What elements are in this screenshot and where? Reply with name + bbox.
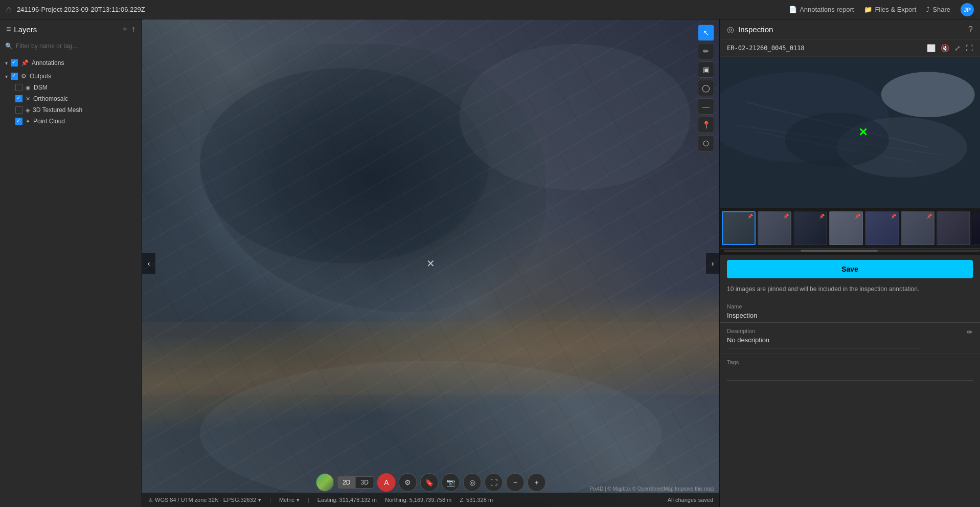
thumbnails-scrollbar[interactable]: [724, 250, 980, 252]
rectangle-tool-button[interactable]: ▣: [698, 61, 714, 78]
pin-icon-5: 📌: [891, 214, 896, 219]
outputs-group-header[interactable]: ▾ ⚙ Outputs: [0, 71, 142, 82]
add-layer-button[interactable]: +: [123, 25, 127, 34]
orthomosaic-icon: ✕: [26, 96, 30, 102]
point-cloud-checkbox[interactable]: [15, 118, 22, 125]
annotations-report-button[interactable]: 📄 Annotations report: [789, 6, 854, 13]
description-value: No description: [727, 336, 921, 348]
preview-terrain: [720, 57, 980, 208]
annotation-mode-button[interactable]: A: [377, 473, 396, 492]
screenshot-button[interactable]: 📷: [442, 473, 460, 492]
map-icon-button[interactable]: [315, 473, 334, 492]
pin-icon-6: 📌: [926, 214, 932, 219]
thumbnails-scroll-thumb[interactable]: [801, 250, 877, 252]
ruler-tool-button[interactable]: ―: [698, 98, 714, 115]
image-preview[interactable]: ✕: [720, 57, 980, 208]
upload-layer-button[interactable]: ↑: [131, 25, 135, 34]
mute-button[interactable]: 🔇: [941, 44, 949, 52]
thumbnail-2[interactable]: 📌: [758, 211, 791, 245]
zoom-in-button[interactable]: +: [528, 473, 546, 492]
search-icon: 🔍: [5, 42, 13, 50]
main-layout: ≡ Layers + ↑ 🔍 ▾ 📌 Annotations: [0, 19, 980, 507]
save-button[interactable]: Save: [727, 260, 973, 278]
3d-mesh-layer-item[interactable]: ◈ 3D Textured Mesh: [0, 104, 142, 116]
outputs-label: Outputs: [30, 73, 51, 80]
thumbnail-5[interactable]: 📌: [865, 211, 899, 245]
expand-button[interactable]: ⛶: [485, 473, 503, 492]
status-bar: ⚠ WGS 84 / UTM zone 32N · EPSG:32632 ▾ |…: [142, 493, 719, 507]
orthomosaic-label: Orthomosaic: [33, 95, 68, 102]
description-edit-button[interactable]: ✏: [967, 328, 973, 336]
project-title: 241196-Project-2023-09-20T13:11:06.229Z: [17, 6, 145, 13]
map-stripe: [142, 282, 719, 439]
annotations-report-icon: 📄: [789, 6, 797, 13]
2d-mode-button[interactable]: 2D: [337, 477, 355, 488]
tags-label: Tags: [727, 359, 973, 365]
thumbnail-4[interactable]: 📌: [829, 211, 863, 245]
3d-mode-button[interactable]: 3D: [356, 477, 374, 488]
unit-chevron[interactable]: ▾: [297, 497, 300, 503]
location-button[interactable]: ◎: [463, 473, 482, 492]
outputs-checkbox[interactable]: [11, 73, 18, 80]
svg-point-1: [460, 44, 691, 190]
tags-input-area[interactable]: [727, 368, 973, 381]
annotations-label: Annotations: [32, 59, 64, 67]
expand-id-button[interactable]: ⤢: [954, 44, 961, 52]
cursor-tool-button[interactable]: ↖: [698, 25, 714, 41]
point-cloud-layer-item[interactable]: ✦ Point Cloud: [0, 116, 142, 127]
pinned-notice: 10 images are pinned and will be include…: [720, 283, 980, 298]
map-crosshair: ✕: [426, 257, 435, 270]
map-image[interactable]: ✕ ↖ ✏ ▣ ◯ ― 📍 ⬡ ‹ ›: [142, 19, 719, 507]
orthomosaic-checkbox[interactable]: [15, 95, 22, 102]
thumbnail-7[interactable]: [937, 211, 970, 245]
description-section: Description No description ✏: [720, 323, 980, 354]
dsm-label: DSM: [34, 84, 48, 91]
thumbnail-6[interactable]: 📌: [901, 211, 935, 245]
map-arrow-right-button[interactable]: ›: [706, 253, 719, 274]
thumbnail-1[interactable]: 📌: [722, 211, 756, 245]
pin-icon-4: 📌: [855, 214, 860, 219]
copy-id-button[interactable]: ⬜: [927, 44, 936, 52]
svg-rect-2: [142, 322, 719, 395]
map-toolbar: ↖ ✏ ▣ ◯ ― 📍 ⬡: [698, 25, 714, 151]
search-input[interactable]: [16, 42, 136, 50]
svg-point-0: [200, 68, 489, 263]
inspection-panel-icon: ◎: [727, 25, 734, 34]
crs-chevron[interactable]: ▾: [258, 497, 261, 503]
outputs-chevron-icon: ▾: [5, 74, 8, 79]
files-export-button[interactable]: 📁 Files & Export: [864, 6, 916, 13]
map-area[interactable]: ✕ ↖ ✏ ▣ ◯ ― 📍 ⬡ ‹ ›: [142, 19, 719, 507]
description-label: Description: [727, 328, 921, 334]
fullscreen-button[interactable]: ⛶: [966, 44, 973, 52]
thumbnail-3[interactable]: 📌: [793, 211, 827, 245]
annotations-checkbox[interactable]: [11, 59, 18, 67]
map-terrain-overlay: [142, 19, 719, 507]
annotations-chevron-icon: ▾: [5, 60, 8, 66]
polygon-tool-button[interactable]: ⬡: [698, 135, 714, 151]
map-arrow-left-button[interactable]: ‹: [142, 253, 155, 274]
3d-mesh-icon: ◈: [26, 107, 30, 114]
orthomosaic-layer-item[interactable]: ✕ Orthomosaic: [0, 93, 142, 104]
home-button[interactable]: ⌂: [6, 4, 12, 15]
pin-tool-button[interactable]: 📍: [698, 117, 714, 133]
draw-tool-button[interactable]: ✏: [698, 43, 714, 59]
help-button[interactable]: ?: [968, 25, 973, 34]
share-button[interactable]: ⤴ Share: [926, 6, 950, 13]
name-section: Name Inspection: [720, 298, 980, 323]
point-cloud-icon: ✦: [26, 118, 30, 125]
settings-button[interactable]: ⚙: [399, 473, 417, 492]
dsm-checkbox[interactable]: [15, 84, 22, 91]
layers-icon: ≡: [6, 25, 11, 34]
avatar[interactable]: JP: [961, 3, 974, 16]
northing-display: Northing: 5,169,739.758 m: [385, 497, 451, 503]
annotations-group-header[interactable]: ▾ 📌 Annotations: [0, 57, 142, 69]
circle-tool-button[interactable]: ◯: [698, 80, 714, 96]
topbar-right: 📄 Annotations report 📁 Files & Export ⤴ …: [789, 3, 974, 16]
bookmark-button[interactable]: 🔖: [420, 473, 439, 492]
tags-section: Tags: [720, 354, 980, 386]
thumbnail-8[interactable]: [972, 211, 980, 245]
zoom-out-button[interactable]: −: [506, 473, 525, 492]
dsm-layer-item[interactable]: ◉ DSM: [0, 82, 142, 93]
3d-mesh-checkbox[interactable]: [15, 106, 22, 114]
dsm-icon: ◉: [26, 84, 31, 91]
